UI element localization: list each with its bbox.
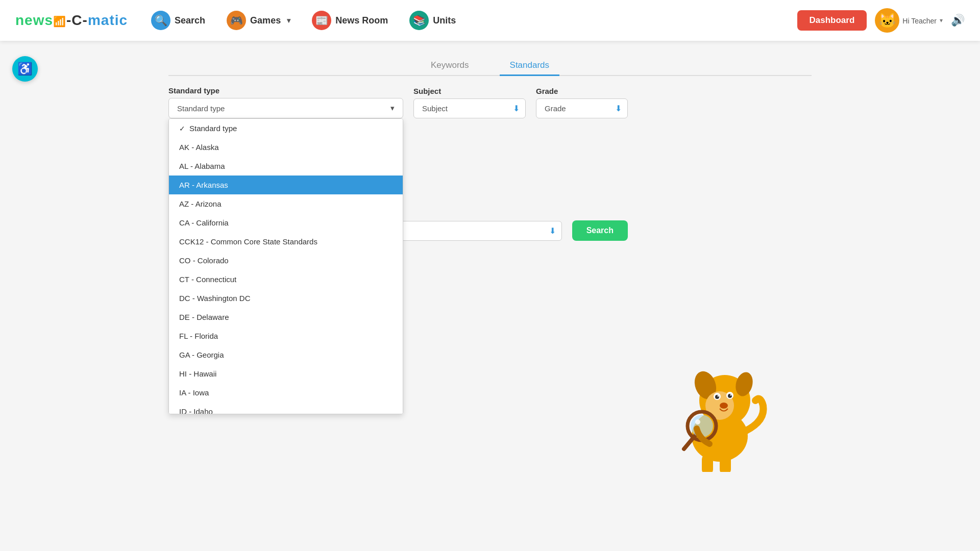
dropdown-item-ia[interactable]: IA - Iowa [169,383,403,402]
dropdown-item-hi[interactable]: HI - Hawaii [169,364,403,383]
svg-rect-13 [720,454,731,472]
standard-type-group: Standard type Standard type ▾ Standard t… [168,86,403,118]
subject-label: Subject [413,87,526,95]
accessibility-button[interactable]: ♿ [12,56,38,82]
nav-units-label: Units [433,15,456,26]
dropdown-item-label: AR - Arkansas [179,181,228,189]
standard-type-chevron-icon: ▾ [390,104,395,113]
grade-select-wrapper[interactable]: Grade ⬇ [536,98,628,118]
dropdown-item-standard-type[interactable]: Standard type [169,119,403,138]
dropdown-item-label: ID - Idaho [179,407,213,414]
nav-games[interactable]: 🎮 Games ▾ [218,7,299,34]
dropdown-item-ct[interactable]: CT - Connecticut [169,270,403,289]
dog-mascot [669,355,771,472]
standard-type-trigger[interactable]: Standard type ▾ [168,98,403,118]
subject-group: Subject Subject ⬇ [413,87,526,118]
nav-games-label: Games [250,15,281,26]
nav-newsroom[interactable]: 📰 News Room [304,7,396,34]
dropdown-item-id[interactable]: ID - Idaho [169,402,403,414]
svg-rect-12 [702,454,713,472]
main-nav: 🔍 Search 🎮 Games ▾ 📰 News Room 📚 Units [143,7,797,34]
dropdown-item-al[interactable]: AL - Alabama [169,157,403,176]
dropdown-item-ak[interactable]: AK - Alaska [169,138,403,157]
standard-type-label: Standard type [168,86,403,95]
dropdown-item-az[interactable]: AZ - Arizona [169,194,403,213]
dropdown-item-ar[interactable]: AR - Arkansas [169,176,403,194]
dropdown-item-label: DC - Washington DC [179,294,250,303]
logo-matic: matic [88,12,128,28]
dropdown-item-de[interactable]: DE - Delaware [169,308,403,327]
dropdown-item-dc[interactable]: DC - Washington DC [169,289,403,308]
logo[interactable]: news📶-C-matic [15,12,128,29]
dropdown-item-co[interactable]: CO - Colorado [169,251,403,270]
main-content: Keywords Standards Standard type Standar… [158,41,822,408]
tab-keywords[interactable]: Keywords [421,56,479,76]
logo-news: news [15,12,53,28]
dropdown-item-label: CO - Colorado [179,256,229,265]
grade-group: Grade Grade ⬇ [536,87,628,118]
dashboard-button[interactable]: Dashboard [797,10,867,31]
filter-row-1: Standard type Standard type ▾ Standard t… [168,86,812,118]
nav-units[interactable]: 📚 Units [401,7,464,34]
subject-select[interactable]: Subject [413,98,526,118]
search-nav-icon: 🔍 [151,11,170,30]
avatar[interactable]: 🐱 [875,8,899,33]
grade-select[interactable]: Grade [536,98,628,118]
mascot-area [669,355,771,474]
volume-icon[interactable]: 🔊 [951,14,965,27]
svg-point-10 [730,394,732,396]
units-nav-icon: 📚 [409,11,429,30]
dropdown-item-ca[interactable]: CA - California [169,213,403,232]
dropdown-item-ga[interactable]: GA - Georgia [169,345,403,364]
dropdown-item-label: CA - California [179,218,229,227]
newsroom-nav-icon: 📰 [312,11,331,30]
dropdown-item-label: HI - Hawaii [179,369,216,378]
logo-c: -C- [66,12,88,28]
header-right: Dashboard 🐱 Hi Teacher ▾ 🔊 [797,8,965,33]
dropdown-item-label: FL - Florida [179,332,218,340]
nav-newsroom-label: News Room [335,15,388,26]
dropdown-item-label: CCK12 - Common Core State Standards [179,237,317,246]
user-chevron-icon[interactable]: ▾ [940,17,943,24]
subject-select-wrapper[interactable]: Subject ⬇ [413,98,526,118]
dropdown-item-label: CT - Connecticut [179,275,236,284]
user-name: Hi Teacher [902,17,937,25]
tab-standards[interactable]: Standards [500,56,560,76]
standard-type-menu[interactable]: Standard type AK - Alaska AL - Alabama A… [168,118,403,414]
dropdown-item-label: AK - Alaska [179,143,219,152]
svg-point-7 [718,395,719,397]
dropdown-item-cck12[interactable]: CCK12 - Common Core State Standards [169,232,403,251]
logo-wifi-icon: 📶 [53,16,66,27]
dropdown-item-label: Standard type [189,124,237,133]
games-nav-icon: 🎮 [227,11,246,30]
content-area: Standard type Standard type ▾ Standard t… [168,86,812,392]
dropdown-item-label: AL - Alabama [179,162,225,170]
user-info: Hi Teacher [902,16,937,25]
dropdown-item-label: GA - Georgia [179,350,224,359]
dropdown-item-label: DE - Delaware [179,313,229,321]
nav-search-label: Search [175,15,205,26]
dropdown-item-label: IA - Iowa [179,388,209,397]
dropdown-item-fl[interactable]: FL - Florida [169,327,403,345]
svg-point-11 [720,403,728,409]
standard-type-dropdown-container[interactable]: Standard type ▾ Standard type AK - Alask… [168,98,403,118]
grade-label: Grade [536,87,628,95]
standard-type-value: Standard type [177,104,225,113]
search-button[interactable]: Search [572,220,628,241]
tabs: Keywords Standards [168,56,812,76]
nav-search[interactable]: 🔍 Search [143,7,213,34]
dropdown-item-label: AZ - Arizona [179,199,222,208]
svg-point-17 [695,419,700,424]
games-chevron-icon: ▾ [287,16,290,24]
header: news📶-C-matic 🔍 Search 🎮 Games ▾ 📰 News … [0,0,980,41]
